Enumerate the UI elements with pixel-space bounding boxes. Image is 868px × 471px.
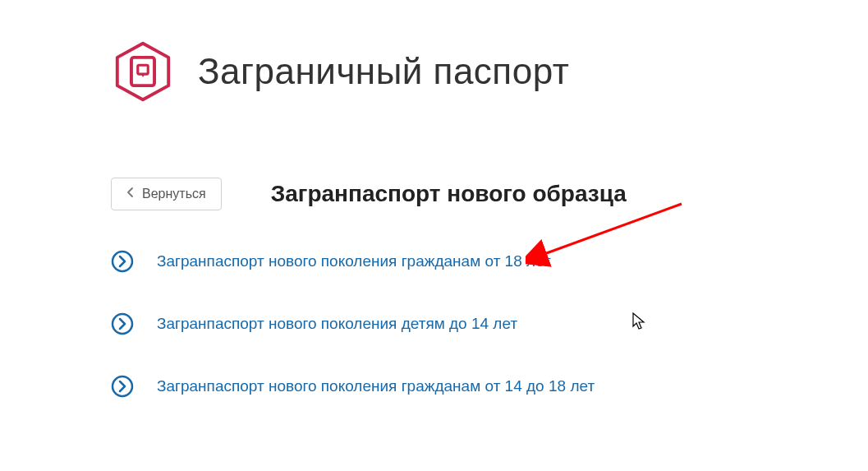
svg-rect-1 bbox=[131, 58, 154, 85]
svg-point-5 bbox=[113, 376, 132, 396]
page-header: Заграничный паспорт bbox=[0, 0, 868, 104]
chevron-right-circle-icon bbox=[111, 312, 134, 335]
page-title: Заграничный паспорт bbox=[198, 51, 569, 92]
chevron-left-icon bbox=[126, 187, 134, 201]
option-14-to-18[interactable]: Загранпаспорт нового поколения гражданам… bbox=[111, 375, 868, 398]
svg-rect-2 bbox=[138, 65, 148, 74]
chevron-right-circle-icon bbox=[111, 375, 134, 398]
passport-logo-icon bbox=[111, 39, 175, 104]
option-label: Загранпаспорт нового поколения детям до … bbox=[157, 315, 517, 333]
option-list: Загранпаспорт нового поколения гражданам… bbox=[111, 250, 868, 398]
option-under-14[interactable]: Загранпаспорт нового поколения детям до … bbox=[111, 312, 868, 335]
content-area: Вернуться Загранпаспорт нового образца З… bbox=[0, 104, 868, 398]
svg-point-4 bbox=[113, 314, 132, 334]
svg-point-3 bbox=[113, 252, 132, 271]
option-label: Загранпаспорт нового поколения гражданам… bbox=[157, 377, 595, 395]
option-label: Загранпаспорт нового поколения гражданам… bbox=[157, 252, 551, 270]
svg-marker-0 bbox=[117, 44, 168, 100]
chevron-right-circle-icon bbox=[111, 250, 134, 273]
option-over-18[interactable]: Загранпаспорт нового поколения гражданам… bbox=[111, 250, 868, 273]
section-title: Загранпаспорт нового образца bbox=[271, 181, 627, 207]
sub-header-row: Вернуться Загранпаспорт нового образца bbox=[111, 178, 868, 210]
back-button-label: Вернуться bbox=[142, 187, 206, 201]
back-button[interactable]: Вернуться bbox=[111, 178, 222, 210]
